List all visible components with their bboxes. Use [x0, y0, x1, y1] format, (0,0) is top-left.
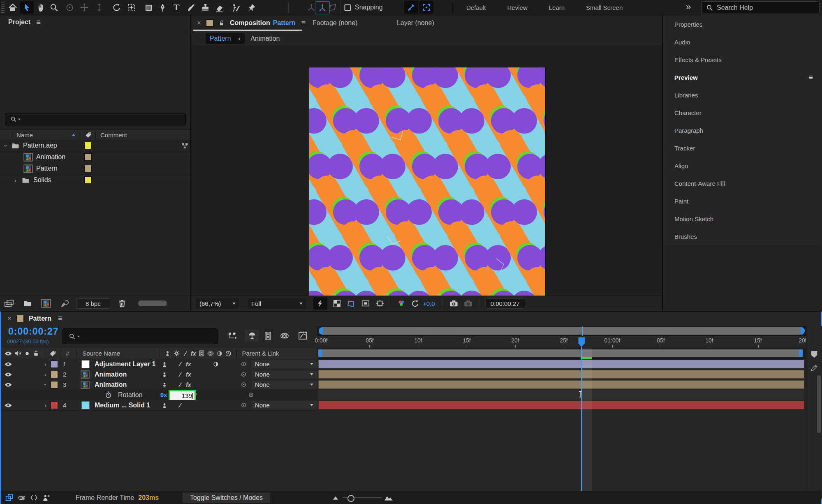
project-item-solids[interactable]: › Solids	[0, 174, 190, 186]
reset-exposure-icon[interactable]	[411, 299, 419, 308]
breadcrumb-parent[interactable]: Animation	[250, 35, 280, 42]
label-column-icon[interactable]	[85, 132, 92, 139]
show-snapshot-icon[interactable]	[463, 299, 473, 308]
frame-blending-icon[interactable]	[263, 331, 273, 340]
motion-blur-column-icon[interactable]	[207, 350, 214, 357]
expressions-icon[interactable]	[30, 494, 38, 502]
close-tab-icon[interactable]: ×	[7, 314, 12, 323]
collapsed-chevron-icon[interactable]: ›	[14, 177, 16, 183]
snap-to-edges-button[interactable]	[404, 1, 418, 14]
project-h-scrollbar[interactable]	[138, 301, 167, 306]
project-item-pattern-aep[interactable]: › Pattern.aep	[0, 140, 190, 152]
pen-tool[interactable]	[155, 1, 169, 14]
quality-switch[interactable]	[177, 361, 183, 368]
project-item-pattern[interactable]: Pattern	[0, 163, 190, 175]
sidebar-item-motion-sketch[interactable]: Motion Sketch	[664, 210, 821, 227]
current-time-display[interactable]: 0:00:00:27	[8, 326, 59, 337]
rotation-value[interactable]: 139	[182, 392, 192, 399]
layer-2-duration-bar[interactable]	[318, 370, 804, 379]
shy-switch[interactable]	[161, 371, 168, 378]
column-name[interactable]: Name	[16, 132, 33, 139]
flowchart-icon[interactable]	[181, 142, 189, 150]
magnification-dropdown[interactable]: (66,7%)	[196, 298, 239, 309]
expanded-chevron-icon[interactable]: ›	[42, 384, 49, 386]
label-color-chip[interactable]	[84, 176, 92, 184]
title-action-safe-icon[interactable]	[361, 299, 370, 308]
tab-layer[interactable]: Layer (none)	[397, 19, 434, 27]
rotation-revolutions[interactable]: 0x	[160, 391, 167, 398]
stopwatch-icon[interactable]	[104, 391, 112, 399]
sidebar-item-properties[interactable]: Properties	[664, 16, 821, 33]
brush-tool[interactable]	[184, 1, 198, 14]
fx-switch[interactable]: fx	[186, 381, 191, 388]
zoom-slider-knob[interactable]	[347, 495, 354, 502]
snapping-toggle[interactable]: Snapping	[343, 1, 383, 14]
workspace-review[interactable]: Review	[507, 4, 528, 11]
playhead-handle[interactable]	[578, 337, 585, 344]
new-folder-icon[interactable]	[23, 299, 32, 307]
expand-chevron-icon[interactable]: ›	[44, 371, 46, 377]
layer-label-chip[interactable]	[51, 381, 58, 388]
layer-label-chip[interactable]	[51, 361, 58, 368]
shy-switch[interactable]	[161, 361, 168, 368]
audio-column-icon[interactable]	[14, 349, 22, 357]
sidebar-item-preview[interactable]: Preview ≡	[664, 69, 821, 86]
lock-column-icon[interactable]	[32, 350, 39, 357]
pan-camera-tool[interactable]	[77, 1, 91, 14]
grid-guides-icon[interactable]	[375, 299, 384, 308]
toggle-switches-button[interactable]: Toggle Switches / Modes	[183, 492, 270, 503]
work-area-bar[interactable]	[317, 348, 806, 359]
timeline-tab-menu-icon[interactable]: ≡	[58, 314, 63, 323]
layer-row-4[interactable]: › 4 Medium ... Solid 1 None	[1, 400, 317, 411]
fx-switch[interactable]: fx	[186, 371, 191, 378]
zoom-out-mountain-icon[interactable]	[332, 494, 339, 502]
breadcrumb-back-chevron[interactable]: ‹	[238, 35, 241, 43]
close-tab-icon[interactable]: ×	[197, 19, 201, 27]
sidebar-item-libraries[interactable]: Libraries	[664, 87, 821, 104]
timeline-navigator[interactable]	[317, 326, 806, 336]
eraser-tool[interactable]	[212, 1, 226, 14]
rotation-property-row[interactable]: Rotation 0x 139 °	[1, 390, 317, 400]
author-icon[interactable]	[42, 494, 50, 502]
quality-column-icon[interactable]	[182, 350, 189, 357]
layer-name[interactable]: Animation	[95, 381, 127, 388]
expand-chevron-icon[interactable]: ›	[3, 145, 9, 147]
preview-menu-icon[interactable]: ≡	[808, 73, 813, 82]
comp-tab-menu-icon[interactable]: ≡	[301, 18, 306, 27]
comp-canvas[interactable]	[309, 67, 546, 304]
pick-whip-icon[interactable]	[248, 391, 255, 398]
collapse-column-icon[interactable]	[173, 350, 180, 357]
sidebar-item-brushes[interactable]: Brushes	[664, 228, 821, 245]
playhead-line[interactable]	[581, 347, 582, 491]
new-composition-icon[interactable]	[41, 299, 51, 308]
navigator-start-handle[interactable]	[319, 327, 323, 335]
workspace-small-screen[interactable]: Small Screen	[586, 4, 623, 11]
home-tool[interactable]	[6, 1, 20, 14]
playhead-handle-point[interactable]	[578, 343, 585, 347]
adjustment-column-icon[interactable]	[216, 350, 223, 357]
eye-icon[interactable]	[4, 370, 12, 379]
channel-icon[interactable]	[397, 299, 406, 308]
time-ruler[interactable]: 0:00f 05f 10f 15f 20f 25f 01:00f 05f 10f…	[317, 336, 806, 348]
timeline-tab-name[interactable]: Pattern	[29, 315, 51, 322]
sidebar-item-audio[interactable]: Audio	[664, 34, 821, 51]
puppet-pin-tool[interactable]	[244, 1, 258, 14]
pick-whip-icon[interactable]	[240, 361, 247, 368]
layer-label-chip[interactable]	[51, 402, 58, 409]
pick-whip-icon[interactable]	[240, 402, 247, 409]
project-settings-icon[interactable]	[60, 299, 69, 308]
parent-dropdown[interactable]: None	[252, 401, 317, 409]
comp-marker-bin-icon[interactable]	[810, 350, 819, 359]
workspace-default[interactable]: Default	[466, 4, 486, 11]
parent-dropdown[interactable]: None	[252, 360, 317, 368]
pick-whip-icon[interactable]	[240, 381, 247, 388]
view-axis-mode[interactable]	[326, 1, 340, 14]
layer-name[interactable]: Adjustment Layer 1	[95, 361, 155, 368]
timeline-zoom-slider[interactable]	[343, 494, 382, 502]
eye-icon[interactable]	[4, 401, 12, 409]
layer-row-3[interactable]: › 3 Animation fx None	[1, 379, 317, 390]
expand-chevron-icon[interactable]: ›	[44, 361, 46, 367]
tab-footage[interactable]: Footage (none)	[313, 19, 357, 27]
quality-switch[interactable]	[177, 381, 183, 388]
shy-switch[interactable]	[161, 381, 168, 388]
